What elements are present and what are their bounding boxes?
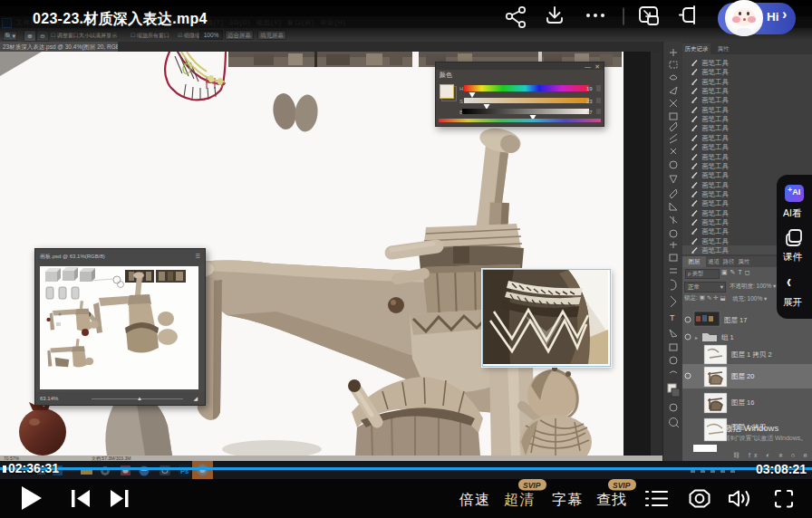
svg-text:组 1: 组 1	[721, 333, 734, 341]
svg-text:S: S	[459, 99, 463, 104]
svg-text:H: H	[459, 86, 463, 91]
svg-text:图层 17: 图层 17	[724, 316, 747, 324]
svg-text:SVIP: SVIP	[523, 481, 541, 490]
svg-text:超清: 超清	[504, 492, 535, 507]
svg-text:▸: ▸	[695, 335, 698, 341]
svg-text:图层 1 拷贝 2: 图层 1 拷贝 2	[731, 350, 772, 359]
svg-text:图层 16: 图层 16	[731, 398, 754, 407]
svg-text:23: 23	[586, 99, 593, 104]
svg-text:19: 19	[586, 86, 593, 91]
svg-text:图层 20: 图层 20	[731, 372, 754, 380]
svg-text:SVIP: SVIP	[613, 481, 631, 490]
svg-text:⛓ fx ◐ ▣ ▢ ▤: ⛓ fx ◐ ▣ ▢ ▤	[733, 452, 810, 458]
svg-text:47: 47	[586, 110, 593, 115]
svg-text:倍速: 倍速	[459, 492, 490, 507]
svg-text:字幕: 字幕	[552, 492, 583, 507]
svg-text:查找: 查找	[596, 492, 627, 507]
